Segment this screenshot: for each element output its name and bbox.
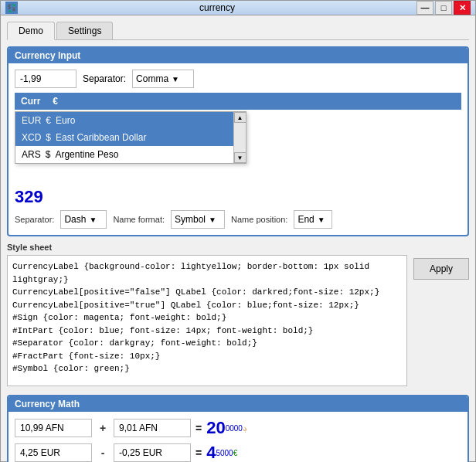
name-format-select[interactable]: Symbol ▼ bbox=[171, 210, 225, 229]
window-icon: 💱 bbox=[5, 2, 18, 14]
sep-label: Separator: bbox=[15, 215, 54, 224]
math-equals-2: = bbox=[196, 447, 202, 459]
name-position-value: End bbox=[298, 214, 314, 225]
name-format-value: Symbol bbox=[175, 214, 206, 225]
name-format-label: Name format: bbox=[113, 215, 165, 224]
math-op-minus: - bbox=[97, 447, 109, 459]
dropdown-item-eur[interactable]: EUR € Euro bbox=[15, 112, 246, 129]
scroll-track bbox=[234, 123, 246, 152]
math-input-2a[interactable] bbox=[15, 443, 92, 462]
separator-value: Comma bbox=[136, 73, 168, 84]
separator-label: Separator: bbox=[83, 73, 126, 84]
ars-code: ARS bbox=[22, 149, 41, 160]
xcd-symbol: $ bbox=[46, 132, 51, 143]
curr-display: € bbox=[46, 93, 461, 110]
math-input-1a[interactable] bbox=[15, 419, 92, 437]
math-input-1b[interactable] bbox=[114, 419, 191, 437]
eur-symbol: € bbox=[46, 115, 51, 126]
currency-dropdown: EUR € Euro XCD $ East Caribbean Dollar A… bbox=[15, 111, 246, 164]
separator-select[interactable]: Comma ▼ bbox=[132, 70, 194, 88]
scroll-up-arrow[interactable]: ▲ bbox=[234, 112, 246, 123]
dropdown-scrollbar[interactable]: ▲ ▼ bbox=[233, 112, 246, 163]
style-sheet-section: Style sheet CurrencyLabel {background-co… bbox=[7, 243, 469, 389]
math-big-2: 4 bbox=[206, 443, 216, 462]
math-small-num-1: 0000 bbox=[226, 424, 243, 433]
close-button[interactable]: ✕ bbox=[454, 1, 471, 15]
math-row-2: - = 4 5000€ bbox=[15, 443, 461, 462]
name-pos-chevron-icon: ▼ bbox=[318, 216, 325, 224]
currency-dropdown-container: Curr € EUR € Euro XCD $ bbox=[15, 93, 461, 110]
math-row-1: + = 20 0000؋ bbox=[15, 418, 461, 438]
name-position-label: Name position: bbox=[231, 215, 287, 224]
scroll-down-arrow[interactable]: ▼ bbox=[234, 152, 246, 163]
math-symbol-2: € bbox=[233, 449, 238, 457]
window-content: Demo Settings Currency Input Separator: … bbox=[1, 15, 475, 462]
main-window: 💱 currency — □ ✕ Demo Settings Currency … bbox=[0, 0, 476, 462]
math-small-num-2: 5000 bbox=[216, 449, 233, 457]
tab-settings[interactable]: Settings bbox=[56, 22, 113, 39]
tab-demo[interactable]: Demo bbox=[7, 22, 55, 40]
eur-code: EUR bbox=[22, 115, 41, 126]
style-sheet-label: Style sheet bbox=[7, 243, 469, 252]
input-row: Separator: Comma ▼ bbox=[15, 70, 461, 88]
ars-symbol: $ bbox=[46, 149, 51, 160]
math-equals-1: = bbox=[196, 422, 202, 434]
sep-select[interactable]: Dash ▼ bbox=[60, 210, 107, 229]
style-sheet-textarea[interactable]: CurrencyLabel {background-color: lightye… bbox=[7, 255, 407, 386]
curr-tab[interactable]: Curr bbox=[15, 93, 46, 110]
sep-select-chevron-icon: ▼ bbox=[89, 216, 97, 224]
separator-row: Separator: Dash ▼ Name format: Symbol ▼ … bbox=[15, 210, 461, 229]
dropdown-item-xcd[interactable]: XCD $ East Caribbean Dollar bbox=[15, 129, 246, 146]
maximize-button[interactable]: □ bbox=[435, 1, 452, 15]
tab-bar: Demo Settings bbox=[7, 22, 469, 40]
apply-col: Apply bbox=[413, 255, 469, 280]
sep-select-value: Dash bbox=[64, 214, 86, 225]
math-small-2: 5000€ bbox=[216, 449, 237, 457]
math-result-2: 4 5000€ bbox=[206, 443, 237, 462]
title-bar-buttons: — □ ✕ bbox=[416, 1, 471, 15]
apply-button[interactable]: Apply bbox=[413, 258, 469, 280]
style-text-col: CurrencyLabel {background-color: lightye… bbox=[7, 255, 407, 389]
window-title: currency bbox=[18, 2, 416, 13]
currency-math-panel: Currency Math + = 20 0000؋ - = bbox=[7, 395, 469, 462]
currency-display-row: Curr € bbox=[15, 93, 461, 110]
separator-chevron-icon: ▼ bbox=[172, 75, 179, 83]
math-result-1: 20 0000؋ bbox=[206, 418, 247, 438]
xcd-code: XCD bbox=[22, 132, 41, 143]
title-bar: 💱 currency — □ ✕ bbox=[1, 1, 475, 15]
ars-name: Argentine Peso bbox=[55, 149, 118, 160]
math-big-1: 20 bbox=[206, 418, 225, 438]
currency-input-header: Currency Input bbox=[8, 48, 468, 63]
dropdown-item-ars[interactable]: ARS $ Argentine Peso bbox=[15, 146, 246, 163]
math-symbol-1: ؋ bbox=[243, 424, 247, 433]
name-position-select[interactable]: End ▼ bbox=[294, 210, 332, 229]
style-row: CurrencyLabel {background-color: lightye… bbox=[7, 255, 469, 389]
eur-name: Euro bbox=[56, 115, 75, 126]
currency-math-header: Currency Math bbox=[8, 396, 468, 412]
xcd-name: East Caribbean Dollar bbox=[56, 132, 146, 143]
name-format-chevron-icon: ▼ bbox=[209, 216, 216, 224]
math-op-plus: + bbox=[97, 422, 109, 434]
currency-value-input[interactable] bbox=[15, 70, 76, 88]
math-input-2b[interactable] bbox=[114, 443, 191, 462]
currency-input-panel: Currency Input Separator: Comma ▼ Curr € bbox=[7, 46, 469, 236]
minimize-button[interactable]: — bbox=[416, 1, 434, 15]
math-small-1: 0000؋ bbox=[226, 424, 247, 433]
large-number: 329 bbox=[15, 185, 43, 208]
curr-symbol-display: € bbox=[53, 96, 58, 107]
large-number-display: 329 bbox=[15, 187, 461, 207]
